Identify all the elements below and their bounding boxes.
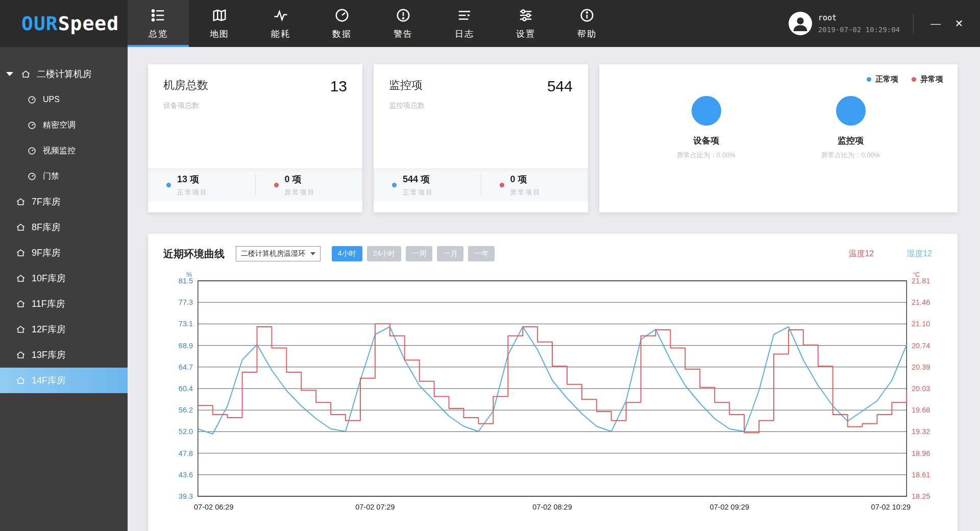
- rooms-card-subtitle: 设备项总数: [163, 101, 347, 110]
- range-button-4h[interactable]: 4小时: [332, 246, 362, 261]
- sidebar-item-precision-ac[interactable]: 精密空调: [0, 112, 128, 138]
- sidebar-item-label: 精密空调: [43, 120, 76, 131]
- sidebar-item-label: 视频监控: [43, 146, 76, 156]
- sidebar-item-13f[interactable]: 13F库房: [0, 342, 128, 368]
- monitor-donut-block: 监控项 异常占比为：0.00%: [821, 96, 880, 160]
- home-icon: [15, 350, 26, 360]
- sidebar-item-8f[interactable]: 8F库房: [0, 214, 128, 240]
- user-datetime: 2019-07-02 10:29:04: [818, 26, 900, 34]
- abnormal-ring-icon: [500, 183, 504, 187]
- door-gauge-icon: [27, 171, 37, 181]
- svg-text:20.39: 20.39: [912, 363, 930, 371]
- sidebar-item-12f[interactable]: 12F库房: [0, 317, 128, 342]
- sidebar-item-video-surveillance[interactable]: 视频监控: [0, 138, 128, 163]
- monitors-abnormal-count: 0 项: [510, 173, 541, 185]
- rooms-stat-card: 机房总数 13 设备项总数 13 项 正常项目 0 项: [148, 64, 362, 212]
- chart-header: 近期环境曲线 二楼计算机房温湿环 4小时 24小时 一周 一月 一年 温度12 …: [163, 246, 942, 261]
- minimize-button[interactable]: —: [927, 15, 944, 32]
- range-button-year[interactable]: 一年: [468, 246, 495, 261]
- help-icon: [579, 7, 595, 23]
- topnav-label-help: 帮助: [577, 28, 597, 40]
- rooms-abnormal-stat: 0 项 异常项目: [256, 173, 363, 197]
- topnav-item-log[interactable]: 日志: [434, 0, 495, 47]
- home-icon: [15, 248, 26, 258]
- normal-ring-icon: [867, 77, 871, 82]
- topnav-label-settings: 设置: [516, 28, 535, 40]
- chevron-down-icon: [6, 72, 13, 76]
- data-icon: [334, 7, 350, 23]
- svg-text:73.1: 73.1: [179, 320, 193, 328]
- range-button-24h[interactable]: 24小时: [367, 246, 402, 261]
- sidebar-item-10f[interactable]: 10F库房: [0, 266, 128, 291]
- monitors-card-footer: 544 项 正常项目 0 项 异常项目: [374, 168, 588, 201]
- svg-text:60.4: 60.4: [179, 384, 193, 393]
- device-donut-block: 设备项 异常占比为：0.00%: [677, 96, 736, 160]
- home-icon: [15, 324, 26, 334]
- home-icon: [15, 375, 26, 385]
- user-avatar[interactable]: [789, 12, 812, 35]
- normal-ring-icon: [166, 183, 171, 187]
- svg-text:56.2: 56.2: [179, 406, 193, 414]
- topnav-label-energy: 能耗: [271, 28, 290, 40]
- topnav-item-energy[interactable]: 能耗: [250, 0, 311, 47]
- donut-legend: 正常项 异常项: [867, 75, 943, 84]
- sidebar-item-7f[interactable]: 7F库房: [0, 189, 128, 214]
- chart-legends: 温度12 湿度12: [848, 249, 942, 259]
- sidebar-item-9f[interactable]: 9F库房: [0, 240, 128, 266]
- topbar-right: root 2019-07-02 10:29:04 — ✕: [789, 0, 980, 47]
- svg-text:43.6: 43.6: [179, 471, 193, 479]
- home-icon: [15, 273, 26, 283]
- log-icon: [456, 7, 473, 23]
- topnav-item-map[interactable]: 地图: [189, 0, 250, 47]
- svg-text:18.25: 18.25: [912, 492, 930, 500]
- monitors-normal-count: 544 项: [403, 173, 433, 185]
- humidity-legend[interactable]: 湿度12: [906, 249, 932, 259]
- topnav-item-overview[interactable]: 总览: [128, 0, 189, 47]
- range-button-week[interactable]: 一周: [406, 246, 432, 261]
- sidebar-item-access-control[interactable]: 门禁: [0, 163, 128, 189]
- svg-text:07-02 10:29: 07-02 10:29: [871, 503, 911, 511]
- chevron-down-icon: [310, 252, 315, 255]
- environment-line-chart: 81.521.8177.321.4673.121.1068.920.7464.7…: [163, 269, 942, 515]
- close-button[interactable]: ✕: [950, 15, 968, 32]
- energy-icon: [273, 7, 289, 23]
- svg-text:64.7: 64.7: [179, 363, 193, 371]
- topnav-item-help[interactable]: 帮助: [556, 0, 618, 47]
- svg-text:47.8: 47.8: [179, 449, 193, 457]
- room-select[interactable]: 二楼计算机房温湿环: [236, 246, 321, 261]
- rooms-card-footer: 13 项 正常项目 0 项 异常项目: [148, 168, 362, 201]
- topnav-item-data[interactable]: 数据: [311, 0, 373, 47]
- sidebar-group-computer-room[interactable]: 二楼计算机房: [0, 61, 128, 87]
- home-icon: [15, 222, 26, 232]
- topnav-item-settings[interactable]: 设置: [495, 0, 556, 47]
- sidebar-item-14f[interactable]: 14F库房: [0, 368, 128, 393]
- svg-text:20.74: 20.74: [912, 341, 930, 349]
- topnav-label-log: 日志: [455, 28, 474, 40]
- topnav-label-map: 地图: [210, 28, 229, 40]
- user-meta: root 2019-07-02 10:29:04: [818, 13, 900, 34]
- rooms-abnormal-label: 异常项目: [285, 188, 315, 197]
- settings-icon: [518, 7, 534, 23]
- monitor-donut-sub: 异常占比为：0.00%: [821, 151, 880, 160]
- svg-text:39.3: 39.3: [179, 492, 193, 500]
- topnav-label-data: 数据: [332, 28, 352, 40]
- abnormal-ring-icon: [912, 77, 916, 82]
- monitors-card-subtitle: 监控项总数: [389, 101, 573, 110]
- svg-text:68.9: 68.9: [179, 341, 193, 349]
- sidebar-item-11f[interactable]: 11F库房: [0, 291, 128, 317]
- svg-text:19.68: 19.68: [912, 406, 930, 414]
- monitors-card-title: 监控项: [389, 78, 423, 93]
- svg-text:07-02 09:29: 07-02 09:29: [709, 503, 749, 511]
- range-button-month[interactable]: 一月: [437, 246, 463, 261]
- monitors-abnormal-label: 异常项目: [510, 188, 541, 197]
- topnav-label-alert: 警告: [394, 28, 413, 40]
- logo-part-speed: Speed: [58, 12, 119, 35]
- sidebar-item-ups[interactable]: UPS: [0, 87, 128, 112]
- temperature-legend[interactable]: 温度12: [848, 249, 874, 259]
- ac-gauge-icon: [27, 120, 37, 130]
- legend-abnormal-label: 异常项: [920, 75, 943, 84]
- topnav-item-alert[interactable]: 警告: [373, 0, 434, 47]
- home-icon: [15, 197, 26, 207]
- sidebar-item-label: 门禁: [43, 171, 59, 182]
- user-name: root: [818, 13, 900, 22]
